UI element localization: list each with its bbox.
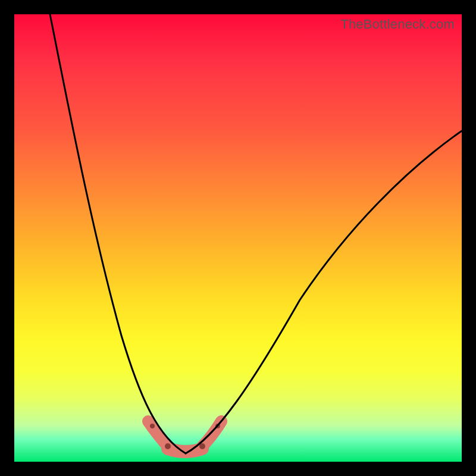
joint-dot — [165, 443, 171, 449]
plot-area: TheBottleneck.com — [14, 14, 462, 462]
curve-right — [186, 131, 462, 453]
curve-left — [50, 14, 186, 453]
chart-container: TheBottleneck.com — [0, 0, 476, 476]
joint-dot — [150, 424, 155, 428]
curves-layer — [14, 14, 462, 462]
